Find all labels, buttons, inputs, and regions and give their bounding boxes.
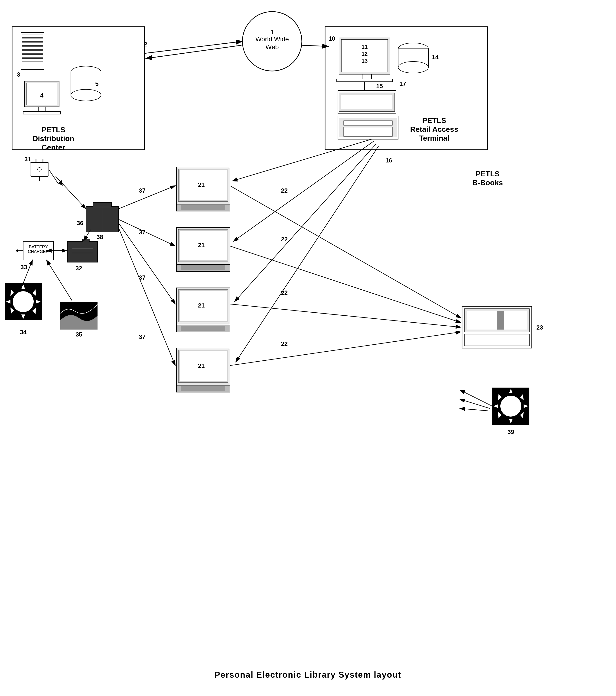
svg-marker-70 [524,404,528,408]
svg-text:Center: Center [42,143,65,152]
svg-rect-92 [176,325,230,332]
svg-rect-83 [178,229,228,262]
svg-text:38: 38 [97,234,103,240]
svg-marker-153 [21,284,25,289]
svg-marker-158 [32,289,36,296]
svg-text:BATTERY: BATTERY [29,244,48,249]
svg-rect-12 [22,47,43,49]
svg-text:Distribution: Distribution [32,135,74,143]
svg-rect-13 [22,51,43,53]
svg-line-122 [234,144,376,302]
svg-text:10: 10 [328,35,335,42]
svg-rect-84 [180,231,227,260]
svg-rect-34 [341,39,388,72]
svg-text:22: 22 [281,340,288,347]
svg-text:World Wide: World Wide [256,35,289,43]
svg-text:37: 37 [139,229,145,236]
svg-line-115 [230,246,461,322]
svg-text:21: 21 [198,362,205,369]
svg-line-123 [236,146,379,362]
svg-line-120 [232,139,371,181]
svg-marker-71 [498,394,502,400]
svg-rect-87 [181,265,225,270]
svg-marker-72 [520,394,524,400]
svg-line-121 [233,141,374,241]
svg-text:1: 1 [271,29,274,36]
svg-rect-18 [27,83,57,105]
svg-rect-45 [338,91,396,114]
svg-line-149 [56,176,86,209]
svg-rect-100 [86,207,119,232]
svg-rect-15 [22,59,43,61]
svg-marker-73 [498,412,502,418]
svg-rect-53 [344,127,392,137]
svg-rect-101 [93,202,111,207]
svg-text:5: 5 [95,80,98,87]
svg-rect-99 [181,386,225,391]
svg-rect-4 [12,27,144,150]
svg-text:22: 22 [281,187,288,194]
svg-text:35: 35 [76,331,82,338]
svg-text:37: 37 [139,274,145,281]
svg-rect-29 [325,27,488,150]
svg-rect-81 [181,205,225,210]
svg-rect-77 [178,169,228,202]
svg-rect-95 [178,350,228,382]
svg-text:3: 3 [17,71,20,78]
svg-text:21: 21 [198,242,205,249]
svg-text:32: 32 [75,265,82,272]
svg-text:34: 34 [20,329,27,336]
svg-rect-63 [464,334,529,346]
svg-text:14: 14 [432,53,438,61]
svg-rect-86 [176,265,230,271]
svg-line-107 [119,219,175,246]
svg-point-139 [16,250,19,252]
svg-text:31: 31 [25,156,31,163]
svg-rect-52 [344,121,392,125]
svg-text:PETLS: PETLS [476,170,499,178]
svg-text:Web: Web [265,43,279,51]
svg-rect-19 [38,107,45,111]
svg-marker-156 [36,300,41,303]
svg-text:21: 21 [198,181,205,188]
svg-marker-74 [520,412,524,418]
svg-marker-157 [11,289,14,296]
svg-text:4: 4 [40,92,44,99]
svg-marker-160 [32,307,36,314]
svg-marker-159 [11,307,14,314]
svg-marker-134 [58,180,63,186]
svg-rect-82 [176,227,230,265]
svg-marker-69 [493,404,498,408]
svg-rect-89 [178,290,228,322]
svg-text:22: 22 [281,289,288,296]
svg-rect-80 [176,204,230,211]
svg-rect-23 [71,72,101,95]
svg-rect-96 [180,351,227,381]
svg-rect-39 [337,79,392,82]
svg-rect-135 [23,241,53,260]
svg-rect-50 [338,116,398,139]
svg-text:13: 13 [361,58,368,64]
svg-text:15: 15 [376,83,383,90]
svg-point-42 [398,62,428,73]
svg-line-124 [460,390,492,406]
svg-rect-61 [467,311,527,330]
svg-rect-51 [339,118,397,137]
svg-rect-88 [176,288,230,325]
svg-text:Retail Access: Retail Access [410,125,458,133]
svg-point-0 [242,12,302,71]
svg-rect-78 [180,170,227,200]
svg-text:33: 33 [20,264,27,271]
svg-text:PETLS: PETLS [422,116,446,125]
svg-text:12: 12 [361,51,368,57]
svg-rect-9 [22,35,43,37]
svg-line-55 [302,45,328,46]
svg-marker-154 [21,315,25,319]
svg-text:37: 37 [139,333,145,340]
svg-text:23: 23 [536,324,543,331]
svg-marker-155 [6,300,11,303]
svg-rect-59 [462,306,532,348]
svg-rect-90 [180,291,227,321]
svg-text:16: 16 [385,157,392,164]
svg-rect-20 [23,111,60,114]
